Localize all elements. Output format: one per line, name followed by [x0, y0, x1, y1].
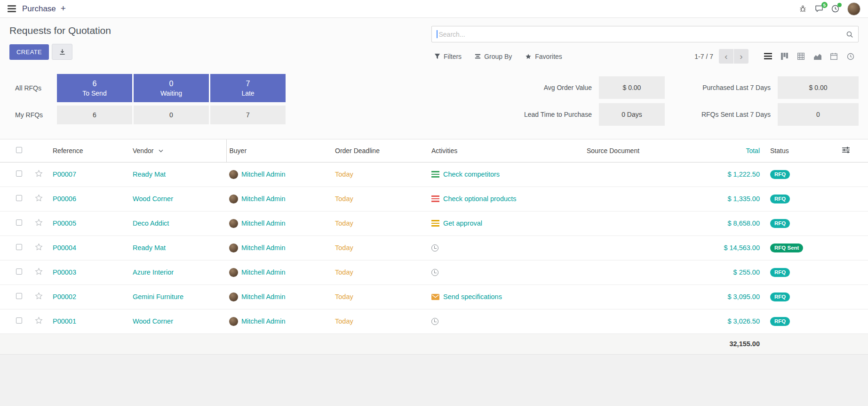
favorite-star-icon[interactable]: [35, 268, 43, 276]
view-list-button[interactable]: [760, 49, 776, 64]
view-graph-button[interactable]: [809, 49, 826, 64]
apps-menu-icon[interactable]: [8, 5, 16, 12]
row-checkbox[interactable]: [16, 195, 22, 201]
row-checkbox[interactable]: [16, 268, 22, 275]
export-download-button[interactable]: [52, 44, 72, 60]
filters-button[interactable]: Filters: [434, 53, 462, 60]
activity-link[interactable]: Send specifications: [443, 293, 502, 300]
activity-link[interactable]: Check optional products: [443, 195, 517, 203]
stat-late[interactable]: 7 Late: [210, 74, 286, 102]
vendor-link[interactable]: Ready Mat: [133, 244, 166, 252]
view-calendar-button[interactable]: [826, 49, 842, 64]
buyer-link[interactable]: Mitchell Admin: [241, 268, 285, 276]
row-checkbox[interactable]: [16, 317, 22, 324]
buyer-link[interactable]: Mitchell Admin: [241, 195, 285, 203]
messages-icon[interactable]: 5: [815, 5, 823, 13]
search-box[interactable]: [431, 26, 859, 42]
search-input[interactable]: [439, 31, 846, 38]
column-header-buyer[interactable]: Buyer: [226, 139, 332, 162]
view-pivot-button[interactable]: [793, 49, 809, 64]
activity-link[interactable]: Check competitors: [443, 171, 500, 178]
chevron-down-icon[interactable]: [159, 149, 163, 153]
bug-icon[interactable]: [799, 5, 807, 13]
vendor-link[interactable]: Wood Corner: [133, 317, 173, 325]
reference-link[interactable]: P00003: [53, 268, 76, 276]
activity-type-icon[interactable]: [431, 195, 439, 202]
buyer-link[interactable]: Mitchell Admin: [241, 293, 285, 300]
activity-type-icon[interactable]: [431, 318, 438, 325]
table-row[interactable]: P00007 Ready Mat Mitchell Admin Today Ch…: [0, 162, 868, 187]
table-row[interactable]: P00001 Wood Corner Mitchell Admin Today …: [0, 309, 868, 333]
buyer-link[interactable]: Mitchell Admin: [241, 317, 285, 325]
plus-icon[interactable]: +: [61, 4, 66, 13]
favorite-star-icon[interactable]: [35, 170, 43, 178]
status-badge: RFQ: [770, 268, 790, 277]
row-checkbox[interactable]: [16, 171, 22, 177]
buyer-link[interactable]: Mitchell Admin: [241, 244, 285, 252]
buyer-link[interactable]: Mitchell Admin: [241, 219, 285, 227]
table-row[interactable]: P00003 Azure Interior Mitchell Admin Tod…: [0, 260, 868, 284]
stat-waiting[interactable]: 0 Waiting: [134, 74, 209, 102]
activity-type-icon[interactable]: [431, 244, 438, 252]
column-header-activities[interactable]: Activities: [429, 139, 584, 162]
order-deadline: Today: [335, 244, 353, 252]
row-checkbox[interactable]: [16, 219, 22, 226]
pager-next-button[interactable]: ›: [734, 49, 749, 64]
activity-type-icon[interactable]: [431, 269, 438, 276]
column-header-vendor[interactable]: Vendor: [130, 139, 226, 162]
column-header-source[interactable]: Source Document: [584, 139, 704, 162]
activities-clock-icon[interactable]: [831, 5, 839, 13]
vendor-link[interactable]: Azure Interior: [133, 268, 174, 276]
activity-type-icon[interactable]: [431, 220, 439, 227]
column-header-status[interactable]: Status: [763, 139, 824, 162]
my-waiting-count[interactable]: 0: [134, 106, 209, 124]
column-header-deadline[interactable]: Order Deadline: [332, 139, 429, 162]
create-button[interactable]: CREATE: [9, 44, 49, 60]
vendor-link[interactable]: Wood Corner: [133, 195, 173, 203]
reference-link[interactable]: P00002: [53, 293, 76, 300]
reference-link[interactable]: P00005: [53, 219, 76, 227]
table-row[interactable]: P00004 Ready Mat Mitchell Admin Today $ …: [0, 235, 868, 260]
column-header-total[interactable]: Total: [704, 139, 763, 162]
favorite-star-icon[interactable]: [35, 219, 43, 227]
table-row[interactable]: P00005 Deco Addict Mitchell Admin Today …: [0, 211, 868, 235]
stat-to-send[interactable]: 6 To Send: [57, 74, 132, 102]
favorite-star-icon[interactable]: [35, 317, 43, 325]
reference-link[interactable]: P00001: [53, 317, 76, 325]
table-row[interactable]: P00002 Gemini Furniture Mitchell Admin T…: [0, 284, 868, 309]
column-header-reference[interactable]: Reference: [50, 139, 130, 162]
user-avatar[interactable]: [847, 2, 860, 16]
group-by-button[interactable]: Group By: [475, 53, 512, 60]
pager-range[interactable]: 1-7 / 7: [694, 53, 713, 60]
row-checkbox[interactable]: [16, 293, 22, 299]
reference-link[interactable]: P00006: [53, 195, 76, 203]
activity-type-icon[interactable]: [431, 294, 439, 300]
reference-link[interactable]: P00007: [53, 171, 76, 178]
favorites-button[interactable]: Favorites: [525, 53, 562, 60]
my-to-send-count[interactable]: 6: [57, 106, 132, 124]
reference-link[interactable]: P00004: [53, 244, 76, 252]
view-activity-button[interactable]: [842, 49, 859, 64]
select-all-checkbox[interactable]: [16, 147, 22, 153]
stat-to-send-label: To Send: [82, 89, 106, 97]
pager-previous-button[interactable]: ‹: [719, 49, 733, 64]
activity-link[interactable]: Get approval: [443, 219, 482, 227]
favorite-star-icon[interactable]: [35, 194, 43, 202]
optional-columns-sliders-icon[interactable]: [842, 146, 850, 154]
my-late-count[interactable]: 7: [210, 106, 286, 124]
buyer-avatar: [229, 244, 238, 252]
vendor-link[interactable]: Gemini Furniture: [133, 293, 183, 300]
row-checkbox[interactable]: [16, 244, 22, 250]
buyer-link[interactable]: Mitchell Admin: [241, 171, 285, 178]
filters-label: Filters: [444, 53, 462, 60]
vendor-link[interactable]: Ready Mat: [133, 171, 166, 178]
order-deadline: Today: [335, 293, 353, 300]
list-view-icon: [764, 53, 772, 60]
view-kanban-button[interactable]: [776, 49, 793, 64]
app-name[interactable]: Purchase: [22, 4, 56, 14]
favorite-star-icon[interactable]: [35, 243, 43, 251]
table-row[interactable]: P00006 Wood Corner Mitchell Admin Today …: [0, 187, 868, 211]
vendor-link[interactable]: Deco Addict: [133, 219, 169, 227]
favorite-star-icon[interactable]: [35, 292, 43, 300]
activity-type-icon[interactable]: [431, 171, 439, 178]
